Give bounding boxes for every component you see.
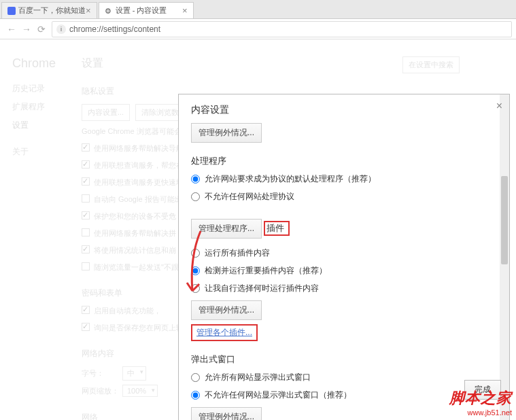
- plugins-exceptions-button[interactable]: 管理例外情况...: [191, 300, 262, 320]
- manage-exceptions-button[interactable]: 管理例外情况...: [191, 123, 262, 143]
- content-settings-dialog: × 内容设置 管理例外情况... 处理程序 允许网站要求成为协议的默认处理程序（…: [178, 94, 510, 420]
- manage-plugins-highlight: 管理各个插件...: [191, 324, 258, 341]
- radio-handlers-allow[interactable]: 允许网站要求成为协议的默认处理程序（推荐）: [191, 173, 497, 185]
- forward-button[interactable]: →: [19, 22, 34, 37]
- address-bar: ← → ⟳ i chrome://settings/content: [0, 19, 516, 39]
- watermark: 脚本之家 www.jb51.net: [449, 388, 512, 417]
- url-input[interactable]: i chrome://settings/content: [52, 21, 512, 37]
- scrollbar[interactable]: [500, 94, 509, 420]
- tab-settings[interactable]: ⚙ 设置 - 内容设置 ×: [99, 2, 194, 18]
- info-icon: i: [56, 24, 66, 34]
- tab-baidu[interactable]: 百度一下，你就知道 ×: [1, 2, 97, 18]
- radio-handlers-deny[interactable]: 不允许任何网站处理协议: [191, 191, 497, 203]
- scroll-thumb[interactable]: [501, 176, 508, 264]
- close-icon[interactable]: ×: [182, 5, 188, 16]
- back-button[interactable]: ←: [4, 22, 19, 37]
- dialog-title: 内容设置: [191, 104, 497, 116]
- manage-plugins-link[interactable]: 管理各个插件...: [196, 328, 252, 337]
- radio-plugins-detect[interactable]: 检测并运行重要插件内容（推荐）: [191, 265, 497, 277]
- close-icon[interactable]: ×: [496, 100, 502, 112]
- close-icon[interactable]: ×: [86, 5, 91, 16]
- radio-plugins-all[interactable]: 运行所有插件内容: [191, 247, 497, 259]
- baidu-favicon-icon: [7, 7, 16, 15]
- radio-plugins-choose[interactable]: 让我自行选择何时运行插件内容: [191, 283, 497, 294]
- plugins-heading-highlight: 插件: [264, 221, 290, 236]
- tab-title: 百度一下，你就知道: [18, 5, 86, 16]
- url-text: chrome://settings/content: [69, 24, 160, 34]
- watermark-url: www.jb51.net: [449, 408, 512, 417]
- watermark-name: 脚本之家: [449, 388, 512, 408]
- reload-button[interactable]: ⟳: [34, 22, 49, 37]
- handlers-heading: 处理程序: [191, 155, 497, 167]
- popup-heading: 弹出式窗口: [191, 353, 497, 366]
- gear-icon: ⚙: [105, 7, 113, 15]
- tab-bar: 百度一下，你就知道 × ⚙ 设置 - 内容设置 ×: [0, 0, 516, 19]
- popup-exceptions-button[interactable]: 管理例外情况...: [191, 407, 262, 420]
- tab-title: 设置 - 内容设置: [116, 5, 167, 16]
- radio-popup-allow[interactable]: 允许所有网站显示弹出式窗口: [191, 372, 497, 383]
- plugins-heading: 插件: [266, 222, 284, 234]
- manage-handlers-button[interactable]: 管理处理程序...: [191, 219, 262, 239]
